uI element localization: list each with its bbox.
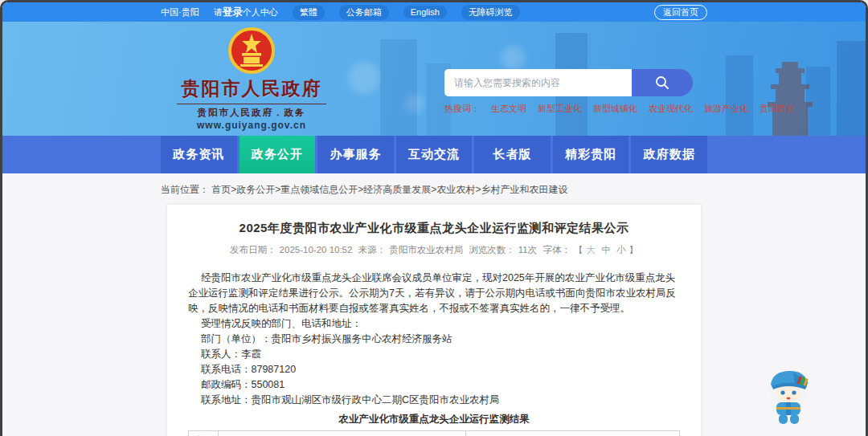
hot-word[interactable]: 新型工业化 bbox=[538, 103, 582, 115]
article-meta: 发布日期：2025-10-20 10:52 来源：贵阳市农业农村局 浏览次数：1… bbox=[188, 244, 680, 263]
hot-word[interactable]: 新型城镇化 bbox=[593, 103, 637, 115]
hot-word[interactable]: 农业现代化 bbox=[649, 103, 693, 115]
hot-word[interactable]: 贵阳简介 bbox=[760, 103, 795, 115]
table-header-row: 序号 企业名称 监测结果 bbox=[189, 431, 680, 436]
site-url: www.guiyang.gov.cn bbox=[167, 120, 336, 131]
article-paragraph: 部门（单位）：贵阳市乡村振兴服务中心农村经济服务站 bbox=[188, 332, 680, 347]
nav-item-zhengfu-shuju[interactable]: 政府数据 bbox=[631, 136, 707, 173]
header-company: 企业名称 bbox=[219, 431, 466, 436]
font-bracket-close: 】 bbox=[628, 245, 638, 255]
header-result: 监测结果 bbox=[466, 431, 680, 436]
nav-item-zhengwu-zixun[interactable]: 政务资讯 bbox=[161, 136, 237, 173]
site-name: 贵阳市人民政府 bbox=[167, 76, 336, 101]
header-index: 序号 bbox=[189, 431, 219, 436]
search-input[interactable] bbox=[444, 69, 632, 96]
article-paragraph: 邮政编码：550081 bbox=[188, 377, 680, 393]
search-button[interactable] bbox=[632, 69, 693, 96]
link-official-mail[interactable]: 公务邮箱 bbox=[339, 5, 389, 20]
skyline-building bbox=[726, 55, 753, 136]
breadcrumb: 当前位置： 首页>政务公开>重点领域信息公开>经济高质量发展>农业农村>乡村产业… bbox=[161, 181, 707, 204]
article-paragraph: 受理情况反映的部门、电话和地址： bbox=[188, 316, 680, 332]
site-logo[interactable]: 贵阳市人民政府 贵阳市人民政府．政务 www.guiyang.gov.cn bbox=[167, 26, 336, 131]
font-size-small-button[interactable]: 小 bbox=[616, 245, 626, 255]
source-label: 来源： bbox=[358, 245, 387, 255]
link-traditional-chinese[interactable]: 繁體 bbox=[293, 5, 325, 20]
font-size-label: 字体： bbox=[542, 245, 571, 255]
back-to-home-button[interactable]: 返回首页 bbox=[654, 5, 707, 20]
link-china-guiyang[interactable]: 中国·贵阳 bbox=[161, 6, 199, 18]
hot-search-row: 热搜词： 生态文明 新型工业化 新型城镇化 农业现代化 旅游产业化 贵阳简介 bbox=[444, 103, 702, 115]
login-prefix: 请 bbox=[214, 7, 223, 17]
views-label: 浏览次数： bbox=[469, 245, 515, 255]
article-paragraph: 联系人：李霞 bbox=[188, 347, 680, 362]
nav-item-hudong-jiaoliu[interactable]: 互动交流 bbox=[396, 136, 473, 173]
hot-word[interactable]: 旅游产业化 bbox=[704, 103, 748, 115]
breadcrumb-label: 当前位置： bbox=[161, 184, 209, 195]
article-title: 2025年度贵阳市农业产业化市级重点龙头企业运行监测和评定结果公示 bbox=[188, 221, 680, 236]
main-nav: 政务资讯 政务公开 办事服务 互动交流 长者版 精彩贵阳 政府数据 bbox=[2, 136, 866, 173]
hot-search-label: 热搜词： bbox=[444, 103, 480, 115]
site-header-banner: 贵阳市人民政府 贵阳市人民政府．政务 www.guiyang.gov.cn bbox=[2, 22, 866, 136]
views: 11次 bbox=[518, 245, 537, 255]
publish-date: 2025-10-20 10:52 bbox=[280, 245, 353, 255]
login-suffix: 个人中心 bbox=[243, 7, 278, 17]
skyline-building bbox=[837, 41, 866, 136]
source: 贵阳市农业农村局 bbox=[389, 245, 463, 255]
article-card: 2025年度贵阳市农业产业化市级重点龙头企业运行监测和评定结果公示 发布日期：2… bbox=[166, 204, 702, 436]
hot-word[interactable]: 生态文明 bbox=[491, 103, 526, 115]
article-paragraph: 联系地址：贵阳市观山湖区市级行政中心二期C区贵阳市农业农村局 bbox=[188, 393, 680, 408]
assistant-mascot-icon[interactable] bbox=[766, 365, 813, 426]
font-size-large-button[interactable]: 大 bbox=[586, 245, 596, 255]
nav-item-zhangzheban[interactable]: 长者版 bbox=[474, 136, 551, 173]
link-accessibility[interactable]: 无障碍浏览 bbox=[461, 5, 520, 20]
article-paragraph: 经贵阳市农业产业化市级重点龙头企业联席会议成员单位审定，现对2025年开展的农业… bbox=[188, 271, 680, 316]
font-bracket-open: 【 bbox=[574, 245, 583, 255]
content-area: 当前位置： 首页>政务公开>重点领域信息公开>经济高质量发展>农业农村>乡村产业… bbox=[2, 173, 866, 436]
nav-item-banshi-fuwu[interactable]: 办事服务 bbox=[317, 136, 394, 173]
browser-page: 中国·贵阳 请登录个人中心 繁體 公务邮箱 English 无障碍浏览 返回首页 bbox=[0, 0, 868, 436]
link-login-personal-center[interactable]: 请登录个人中心 bbox=[214, 6, 278, 19]
breadcrumb-path[interactable]: 首页>政务公开>重点领域信息公开>经济高质量发展>农业农村>乡村产业和农田建设 bbox=[211, 184, 567, 195]
results-table-caption: 农业产业化市级重点龙头企业运行监测结果 bbox=[188, 413, 680, 426]
nav-item-jingcai-guiyang[interactable]: 精彩贵阳 bbox=[553, 136, 629, 173]
logo-divider bbox=[177, 104, 326, 104]
link-english[interactable]: English bbox=[403, 6, 447, 18]
publish-date-label: 发布日期： bbox=[230, 245, 276, 255]
font-size-medium-button[interactable]: 中 bbox=[601, 245, 611, 255]
search-icon bbox=[654, 75, 670, 91]
article-body: 经贵阳市农业产业化市级重点龙头企业联席会议成员单位审定，现对2025年开展的农业… bbox=[188, 271, 680, 408]
monitoring-results-table: 序号 企业名称 监测结果 1 贵州合力超市采购有限公司 合格 2 贵州友禾种业有… bbox=[188, 430, 680, 436]
top-utility-bar: 中国·贵阳 请登录个人中心 繁體 公务邮箱 English 无障碍浏览 返回首页 bbox=[2, 2, 866, 22]
pagoda-silhouette bbox=[758, 55, 822, 136]
article-paragraph: 联系电话：87987120 bbox=[188, 362, 680, 377]
login-strong: 登录 bbox=[223, 6, 243, 18]
national-emblem-icon bbox=[228, 26, 275, 75]
nav-item-zhengwu-gongkai[interactable]: 政务公开 bbox=[240, 136, 316, 173]
search-zone: 热搜词： 生态文明 新型工业化 新型城镇化 农业现代化 旅游产业化 贵阳简介 bbox=[444, 69, 702, 115]
site-subtitle: 贵阳市人民政府．政务 bbox=[167, 107, 336, 119]
